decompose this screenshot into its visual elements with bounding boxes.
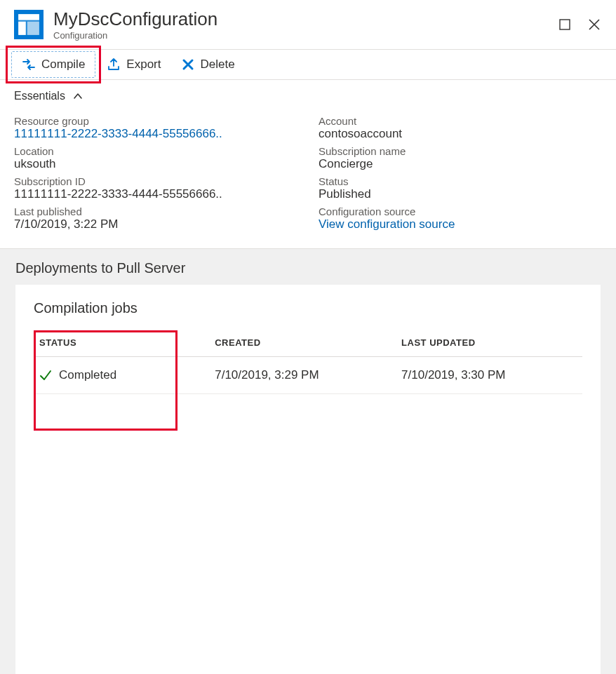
export-icon <box>107 58 121 72</box>
svg-rect-1 <box>18 14 39 20</box>
svg-rect-3 <box>27 22 39 35</box>
resource-group-value[interactable]: 11111111-2222-3333-4444-55556666.. <box>14 127 297 141</box>
svg-rect-2 <box>18 22 26 35</box>
status-label: Status <box>319 175 602 187</box>
delete-label: Delete <box>201 58 235 72</box>
config-source-link[interactable]: View configuration source <box>319 217 602 231</box>
chevron-up-icon <box>72 90 83 102</box>
svg-rect-4 <box>560 20 570 29</box>
col-status: STATUS <box>39 337 76 348</box>
configuration-icon <box>14 10 43 39</box>
col-created: CREATED <box>209 329 396 357</box>
essentials-toggle[interactable]: Essentials <box>0 80 616 109</box>
compilation-jobs-panel: Compilation jobs STATUS CREATED <box>15 285 601 674</box>
delete-icon <box>181 58 195 72</box>
last-published-value: 7/10/2019, 3:22 PM <box>14 217 297 231</box>
compile-label: Compile <box>41 58 85 72</box>
last-published-label: Last published <box>14 205 297 217</box>
location-label: Location <box>14 145 297 157</box>
toolbar: Compile Export Delete <box>0 50 616 80</box>
subscription-name-value: Concierge <box>319 157 602 171</box>
compile-button[interactable]: Compile <box>11 51 95 78</box>
essentials-body: Resource group 11111111-2222-3333-4444-5… <box>0 109 616 249</box>
resource-group-label: Resource group <box>14 115 297 127</box>
essentials-heading: Essentials <box>14 90 65 102</box>
maximize-button[interactable] <box>557 17 573 32</box>
job-created: 7/10/2019, 3:29 PM <box>209 357 396 394</box>
export-label: Export <box>126 58 161 72</box>
delete-button[interactable]: Delete <box>171 52 245 77</box>
account-value: contosoaccount <box>319 127 602 141</box>
export-button[interactable]: Export <box>97 52 170 77</box>
config-source-label: Configuration source <box>319 205 602 217</box>
account-label: Account <box>319 115 602 127</box>
status-value: Published <box>319 187 602 201</box>
blade-header: MyDscConfiguration Configuration <box>0 0 616 50</box>
page-title: MyDscConfiguration <box>53 8 557 30</box>
location-value: uksouth <box>14 157 297 171</box>
col-last-updated: LAST UPDATED <box>396 329 582 357</box>
subscription-id-label: Subscription ID <box>14 175 297 187</box>
close-button[interactable] <box>587 17 602 32</box>
deployments-heading: Deployments to Pull Server <box>0 249 616 285</box>
subscription-name-label: Subscription name <box>319 145 602 157</box>
subscription-id-value: 11111111-2222-3333-4444-55556666.. <box>14 187 297 201</box>
compile-icon <box>22 58 36 72</box>
job-last-updated: 7/10/2019, 3:30 PM <box>396 357 582 394</box>
page-subtitle: Configuration <box>53 30 557 41</box>
jobs-heading: Compilation jobs <box>34 300 582 316</box>
